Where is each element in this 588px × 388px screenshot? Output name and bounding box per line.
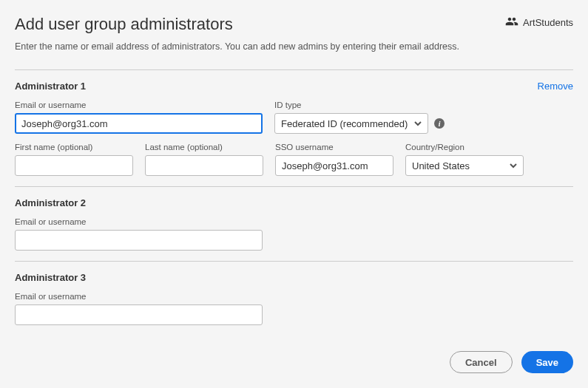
email-label: Email or username	[15, 217, 263, 226]
email-label: Email or username	[15, 292, 263, 301]
cancel-button[interactable]: Cancel	[450, 351, 513, 373]
lastname-label: Last name (optional)	[145, 143, 263, 152]
admin3-section: Administrator 3 Email or username	[15, 261, 573, 325]
admin1-email-input[interactable]	[15, 113, 263, 134]
footer-buttons: Cancel Save	[450, 351, 573, 373]
admin2-label: Administrator 2	[15, 197, 86, 208]
admin1-country-select[interactable]: United States	[405, 155, 524, 176]
country-value: United States	[412, 160, 470, 171]
admin2-email-input[interactable]	[15, 230, 263, 251]
admin1-idtype-select[interactable]: Federated ID (recommended)	[274, 113, 428, 134]
admin1-sso-input[interactable]	[275, 155, 393, 176]
admin1-section: Administrator 1 Remove Email or username…	[15, 69, 573, 176]
admin1-firstname-input[interactable]	[15, 155, 133, 176]
remove-link[interactable]: Remove	[538, 81, 573, 92]
save-button[interactable]: Save	[521, 351, 573, 373]
idtype-value: Federated ID (recommended)	[281, 118, 408, 129]
admin1-label: Administrator 1	[15, 81, 86, 92]
admin2-section: Administrator 2 Email or username	[15, 186, 573, 251]
subtitle: Enter the name or email address of admin…	[15, 41, 573, 52]
group-badge: ArtStudents	[505, 15, 573, 30]
country-label: Country/Region	[405, 143, 524, 152]
chevron-down-icon	[414, 120, 422, 127]
chevron-down-icon	[510, 162, 517, 169]
admin3-email-input[interactable]	[15, 304, 263, 325]
page-title: Add user group administrators	[15, 15, 233, 34]
email-label: Email or username	[15, 101, 263, 109]
info-icon[interactable]: i	[434, 118, 445, 129]
sso-label: SSO username	[275, 143, 393, 152]
admin1-lastname-input[interactable]	[145, 155, 263, 176]
firstname-label: First name (optional)	[15, 143, 133, 152]
users-icon	[505, 15, 518, 30]
idtype-label: ID type	[274, 101, 445, 109]
group-name: ArtStudents	[523, 17, 573, 28]
admin3-label: Administrator 3	[15, 272, 86, 283]
